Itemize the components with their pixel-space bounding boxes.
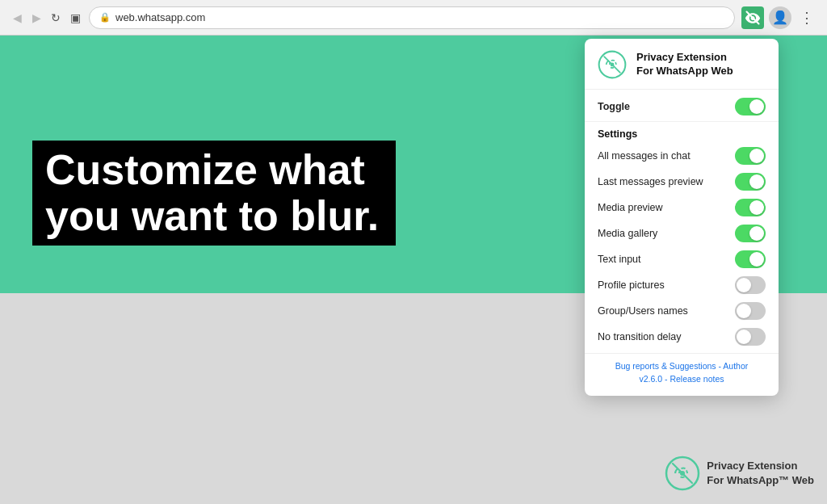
setting-row-6: Group/Users names: [585, 298, 779, 324]
setting-slider-5: [735, 276, 766, 294]
setting-label-7: No transition delay: [598, 331, 682, 342]
setting-slider-7: [735, 328, 766, 346]
setting-label-4: Text input: [598, 254, 641, 265]
setting-label-3: Media gallery: [598, 228, 657, 239]
profile-button[interactable]: 👤: [769, 6, 791, 29]
setting-toggle-4[interactable]: [735, 250, 766, 268]
setting-label-0: All messages in chat: [598, 150, 691, 162]
setting-toggle-6[interactable]: [735, 302, 766, 320]
extension-popup: Privacy Extension For WhatsApp Web Toggl…: [585, 39, 779, 396]
back-button[interactable]: ◀: [10, 10, 24, 25]
setting-row-1: Last messages preview: [585, 169, 779, 195]
setting-slider-1: [735, 173, 766, 191]
watermark-title: Privacy Extension: [707, 459, 814, 473]
setting-toggle-1[interactable]: [735, 173, 766, 191]
setting-label-6: Group/Users names: [598, 305, 688, 317]
browser-actions: 👤 ⋮: [741, 6, 817, 30]
setting-row-4: Text input: [585, 246, 779, 272]
popup-footer: Bug reports & Suggestions - Author v2.6.…: [585, 353, 779, 396]
url-text: web.whatsapp.com: [115, 11, 205, 23]
address-bar[interactable]: 🔒 web.whatsapp.com: [89, 6, 735, 29]
browser-content: Customize what you want to blur. Privacy…: [0, 36, 827, 504]
settings-section-title: Settings: [585, 124, 779, 143]
reload-button[interactable]: ↻: [48, 10, 63, 25]
customize-headline: Customize what you want to blur.: [32, 141, 396, 246]
footer-line2: v2.6.0 - Release notes: [598, 373, 766, 386]
bookmark-button[interactable]: ▣: [68, 10, 82, 25]
eye-icon: [745, 10, 761, 26]
watermark-text: Privacy Extension For WhatsApp™ Web: [707, 459, 814, 488]
setting-slider-2: [735, 199, 766, 216]
toggle-row: Toggle: [585, 90, 779, 120]
setting-slider-3: [735, 225, 766, 242]
toggle-label: Toggle: [598, 101, 630, 112]
setting-toggle-3[interactable]: [735, 225, 766, 242]
extension-icon-button[interactable]: [741, 6, 764, 29]
divider-1: [585, 121, 779, 122]
popup-title: Privacy Extension For WhatsApp Web: [636, 51, 733, 78]
main-toggle-slider: [735, 98, 766, 116]
popup-header: Privacy Extension For WhatsApp Web: [585, 39, 779, 90]
setting-toggle-5[interactable]: [735, 276, 766, 294]
browser-chrome: ◀ ▶ ↻ ▣ 🔒 web.whatsapp.com 👤 ⋮: [0, 0, 827, 36]
menu-button[interactable]: ⋮: [796, 6, 817, 30]
setting-toggle-7[interactable]: [735, 328, 766, 346]
forward-button[interactable]: ▶: [29, 10, 44, 25]
settings-list: All messages in chatLast messages previe…: [585, 143, 779, 350]
setting-label-1: Last messages preview: [598, 176, 703, 187]
setting-toggle-0[interactable]: [735, 147, 766, 165]
setting-row-0: All messages in chat: [585, 143, 779, 169]
watermark-logo-icon: [665, 456, 700, 491]
footer-line1: Bug reports & Suggestions - Author: [598, 360, 766, 373]
popup-logo-icon: [598, 50, 627, 79]
setting-label-2: Media preview: [598, 202, 663, 213]
setting-slider-6: [735, 302, 766, 320]
setting-slider-4: [735, 250, 766, 268]
setting-slider-0: [735, 147, 766, 165]
bottom-watermark: Privacy Extension For WhatsApp™ Web: [665, 456, 814, 491]
setting-label-5: Profile pictures: [598, 279, 665, 291]
setting-row-3: Media gallery: [585, 220, 779, 246]
setting-toggle-2[interactable]: [735, 199, 766, 216]
nav-buttons: ◀ ▶ ↻ ▣: [10, 10, 82, 25]
lock-icon: 🔒: [99, 12, 111, 23]
setting-row-2: Media preview: [585, 195, 779, 220]
setting-row-5: Profile pictures: [585, 272, 779, 298]
main-toggle[interactable]: [735, 98, 766, 116]
setting-row-7: No transition delay: [585, 324, 779, 350]
watermark-subtitle: For WhatsApp™ Web: [707, 473, 814, 488]
